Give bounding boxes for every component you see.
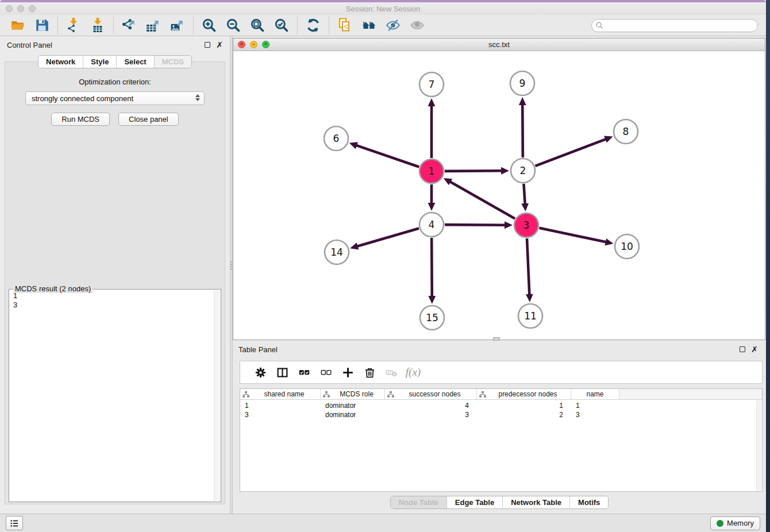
import-table-button[interactable]	[88, 17, 107, 34]
float-table-panel-icon[interactable]	[740, 346, 745, 352]
list-icon	[9, 518, 20, 529]
node-6[interactable]: 6	[324, 126, 348, 151]
table-tab-network-table[interactable]: Network Table	[502, 496, 569, 508]
hide-selected-button[interactable]	[383, 17, 403, 34]
function-builder-button[interactable]: f(x)	[406, 365, 421, 380]
import-network-icon	[66, 18, 81, 33]
edge-3-11[interactable]	[527, 238, 529, 295]
node-label: 6	[333, 133, 340, 144]
close-panel-button[interactable]: Close panel	[118, 113, 179, 126]
memory-button[interactable]: Memory	[710, 516, 760, 530]
column-label: name	[573, 390, 617, 398]
optimization-criterion-label: Optimization criterion:	[5, 78, 225, 86]
show-panels-button[interactable]	[6, 516, 23, 530]
network-canvas[interactable]: 7968124314101511	[233, 51, 765, 340]
neighbors-button[interactable]	[359, 17, 379, 34]
edge-1-2[interactable]	[445, 171, 502, 171]
import-network-button[interactable]	[64, 17, 83, 34]
session-title: Session: New Session	[0, 5, 766, 13]
node-14[interactable]: 14	[325, 240, 349, 264]
node-label: 2	[520, 165, 526, 176]
node-3[interactable]: 3	[514, 213, 538, 237]
node-7[interactable]: 7	[419, 72, 444, 97]
edge-4-15[interactable]	[432, 238, 432, 297]
node-15[interactable]: 15	[420, 306, 444, 330]
mcds-result-title: MCDS result (2 nodes)	[13, 284, 93, 293]
edge-3-1[interactable]	[449, 182, 515, 219]
table-row[interactable]: 1dominator411	[240, 401, 762, 410]
columns-button[interactable]	[275, 365, 290, 380]
optimization-criterion-select[interactable]: strongly connected component	[25, 91, 205, 105]
table-tab-node-table[interactable]: Node Table	[391, 496, 446, 508]
table-tab-edge-table[interactable]: Edge Table	[446, 496, 502, 508]
float-panel-icon[interactable]	[205, 42, 210, 48]
node-4[interactable]: 4	[419, 213, 444, 237]
zoom-selected-button[interactable]	[272, 17, 291, 34]
export-table-button[interactable]	[144, 17, 163, 34]
column-header-predecessor-nodes[interactable]: predecessor nodes	[477, 389, 571, 399]
delete-column-button[interactable]	[384, 365, 399, 380]
export-image-button[interactable]	[168, 17, 187, 34]
attribute-icon	[242, 391, 249, 398]
search-input[interactable]	[591, 19, 758, 32]
result-scrollbar[interactable]	[214, 290, 220, 501]
refresh-button[interactable]	[303, 17, 323, 34]
tab-mcds[interactable]: MCDS	[154, 56, 191, 68]
edge-2-8[interactable]	[536, 139, 607, 166]
mcds-panel: Optimization criterion: strongly connect…	[5, 61, 225, 504]
table-cell: 2	[477, 411, 571, 419]
column-header-shared-name[interactable]: shared name	[240, 389, 321, 399]
node-10[interactable]: 10	[615, 234, 639, 259]
node-2[interactable]: 2	[511, 159, 535, 183]
table-cell: dominator	[321, 411, 385, 419]
deselect-all-button[interactable]	[318, 365, 333, 380]
canvas-resize-handle[interactable]	[493, 337, 500, 341]
show-hidden-button[interactable]	[407, 17, 427, 34]
save-session-icon	[34, 18, 49, 33]
node-9[interactable]: 9	[510, 71, 534, 95]
add-row-button[interactable]	[340, 365, 355, 380]
divider-grip[interactable]	[230, 261, 232, 271]
export-network-button[interactable]	[120, 17, 139, 34]
edge-4-14[interactable]	[357, 228, 419, 246]
edge-2-3[interactable]	[523, 184, 525, 205]
edge-1-6[interactable]	[356, 145, 419, 167]
zoom-in-button[interactable]	[199, 17, 219, 34]
node-11[interactable]: 11	[518, 304, 542, 328]
table-row[interactable]: 3dominator323	[240, 410, 762, 419]
run-mcds-button[interactable]: Run MCDS	[51, 113, 110, 126]
desktop-background	[766, 0, 770, 532]
node-1[interactable]: 1	[419, 159, 444, 183]
neighbors-icon	[361, 18, 376, 33]
delete-row-button[interactable]	[362, 365, 377, 380]
select-all-button[interactable]	[297, 365, 311, 380]
tab-network[interactable]: Network	[38, 56, 83, 68]
table-cell: 3	[571, 411, 619, 419]
node-8[interactable]: 8	[614, 119, 638, 144]
mcds-result-list[interactable]: 13	[9, 289, 221, 502]
column-header-successor-nodes[interactable]: successor nodes	[385, 389, 477, 399]
settings-button[interactable]	[253, 365, 268, 380]
clone-network-button[interactable]	[335, 17, 355, 34]
column-header-MCDS-role[interactable]: MCDS role	[321, 389, 385, 399]
close-table-panel-icon[interactable]: ✗	[751, 346, 758, 352]
edge-3-10[interactable]	[540, 228, 607, 242]
column-header-name[interactable]: name	[571, 389, 619, 399]
edge-arrowhead-icon	[428, 296, 436, 304]
table-cell: 1	[240, 402, 321, 410]
zoom-out-button[interactable]	[224, 17, 243, 34]
save-session-button[interactable]	[32, 17, 52, 34]
close-panel-icon[interactable]: ✗	[216, 42, 223, 48]
node-label: 10	[621, 241, 633, 252]
edge-4-3[interactable]	[445, 225, 506, 225]
tab-style[interactable]: Style	[83, 56, 116, 68]
table-cell: 1	[477, 402, 571, 410]
table-tab-motifs[interactable]: Motifs	[569, 496, 608, 508]
settings-icon	[255, 367, 267, 379]
table-scrollbar[interactable]	[756, 400, 761, 491]
tab-select[interactable]: Select	[116, 56, 153, 68]
edge-2-9[interactable]	[522, 104, 523, 157]
open-file-button[interactable]	[8, 17, 28, 34]
export-network-icon	[122, 18, 137, 33]
zoom-fit-button[interactable]	[248, 17, 267, 34]
